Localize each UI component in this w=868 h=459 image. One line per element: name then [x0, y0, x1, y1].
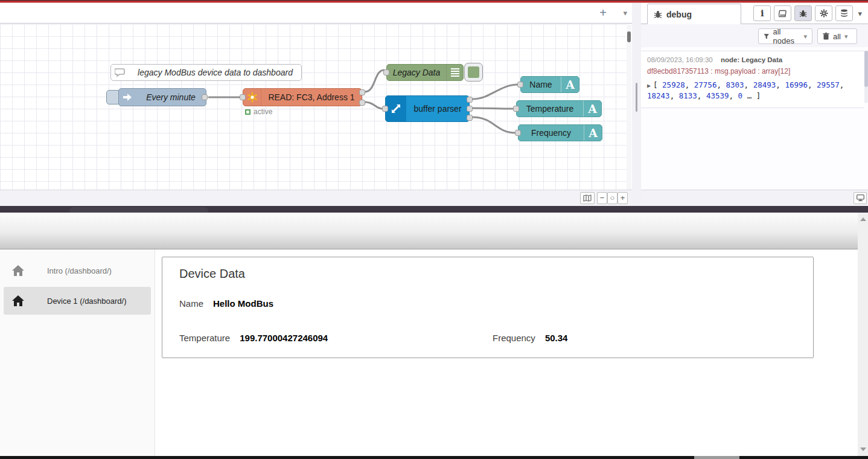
- dashboard-sidebar: Intro (/dashboard/) Device 1 (/dashboard…: [0, 249, 155, 456]
- canvas-vertical-scrollbar[interactable]: [627, 24, 631, 190]
- debug-list-scrollbar[interactable]: [864, 51, 868, 103]
- comment-node-label: legacy ModBus device data to dashboard: [129, 68, 301, 77]
- debug-clear-button[interactable]: all ▾: [817, 28, 857, 44]
- comment-bubble-icon: [111, 68, 129, 77]
- field-label: Frequency: [493, 333, 535, 343]
- bug-icon: [799, 10, 807, 18]
- tab-debug[interactable]: debug: [647, 4, 741, 24]
- home-icon: [12, 265, 24, 276]
- node-port[interactable]: [467, 115, 473, 121]
- node-port[interactable]: [515, 130, 521, 136]
- text-widget-icon: A: [583, 101, 601, 117]
- status-text: active: [254, 108, 272, 116]
- debug-message[interactable]: 08/09/2023, 16:09:30 node: Legacy Data d…: [641, 51, 864, 108]
- flow-tab-bar: + ▾: [0, 3, 632, 24]
- window-bottom-edge: [0, 456, 868, 459]
- dashboard-header: Device 1: [0, 213, 868, 249]
- node-port[interactable]: [513, 106, 519, 112]
- comment-node[interactable]: legacy ModBus device data to dashboard: [110, 64, 302, 81]
- scrollbar-thumb[interactable]: [627, 31, 631, 42]
- debug-tab-button[interactable]: [794, 5, 812, 21]
- debug-enable-toggle[interactable]: [464, 63, 483, 82]
- field-frequency: Frequency50.34: [493, 333, 567, 343]
- field-value: 199.77000427246094: [240, 333, 328, 343]
- flow-list-caret-icon[interactable]: ▾: [623, 8, 627, 18]
- ui-text-node-frequency[interactable]: Frequency A: [518, 124, 602, 141]
- config-tab-button[interactable]: [815, 5, 832, 21]
- caret-down-icon: ▾: [803, 33, 807, 40]
- device-data-card: Device Data NameHello ModBus Temperature…: [162, 257, 814, 358]
- node-port[interactable]: [240, 94, 246, 100]
- node-port[interactable]: [382, 106, 388, 112]
- screen: + ▾ legacy ModBus device data to dashboa…: [0, 0, 868, 459]
- sidebar-item-label: Intro (/dashboard/): [47, 266, 112, 275]
- debug-timestamp: 08/09/2023, 16:09:30: [647, 56, 713, 63]
- zoom-in-button[interactable]: +: [617, 192, 628, 204]
- open-window-button[interactable]: [854, 192, 867, 204]
- buffer-parser-node[interactable]: buffer parser: [385, 95, 470, 122]
- debug-node-label: Legacy Data: [387, 68, 446, 77]
- debug-source-node: node: Legacy Data: [721, 56, 782, 63]
- node-port[interactable]: [467, 106, 473, 112]
- ui-text-label: Frequency: [519, 128, 584, 138]
- field-label: Name: [179, 298, 203, 309]
- info-tab-button[interactable]: i: [753, 5, 771, 21]
- debug-clear-label: all: [833, 32, 841, 41]
- sidebar-footer: [641, 190, 868, 206]
- card-title: Device Data: [179, 267, 245, 281]
- tab-debug-label: debug: [666, 10, 692, 19]
- zoom-reset-button[interactable]: ○: [607, 192, 617, 204]
- field-name: NameHello ModBus: [179, 298, 273, 309]
- debug-toggle-state: [468, 66, 479, 78]
- splitter-handle[interactable]: [636, 83, 637, 112]
- funnel-icon: [764, 33, 770, 40]
- help-tab-button[interactable]: [774, 5, 791, 21]
- ui-text-node-name[interactable]: Name A: [520, 76, 579, 93]
- sidebar-item-intro[interactable]: Intro (/dashboard/): [4, 257, 151, 284]
- sidebar-menu-caret-icon[interactable]: ▾: [858, 9, 862, 18]
- bug-icon: [654, 10, 662, 19]
- navigator-button[interactable]: [580, 192, 595, 204]
- editor-footer: − ○ +: [0, 190, 632, 206]
- node-port[interactable]: [202, 94, 208, 100]
- node-port[interactable]: [359, 100, 365, 106]
- dashboard-scrollbar[interactable]: [858, 213, 868, 456]
- inject-node[interactable]: Every minute: [118, 88, 206, 106]
- node-port[interactable]: [359, 89, 365, 95]
- context-tab-button[interactable]: [835, 5, 853, 21]
- field-value: Hello ModBus: [213, 298, 273, 309]
- database-icon: [840, 9, 848, 18]
- node-port[interactable]: [517, 82, 523, 88]
- debug-msg-path: df8ecbd817357113 : msg.payload : array[1…: [647, 67, 858, 75]
- add-flow-button[interactable]: +: [596, 7, 610, 20]
- sidebar-header: debug i: [641, 3, 868, 24]
- info-icon: i: [761, 8, 764, 19]
- debug-payload-values: [ 25928, 27756, 8303, 28493, 16996, 2955…: [647, 80, 844, 100]
- scroll-down-icon[interactable]: [860, 448, 866, 451]
- expand-triangle-icon[interactable]: ▶: [647, 82, 651, 89]
- status-dot-icon: [245, 109, 251, 115]
- debug-payload[interactable]: ▶[ 25928, 27756, 8303, 28493, 16996, 295…: [647, 80, 860, 101]
- ui-text-node-temperature[interactable]: Temperature A: [516, 100, 602, 117]
- node-port[interactable]: [467, 97, 473, 103]
- scroll-up-icon[interactable]: [860, 217, 866, 221]
- node-port[interactable]: [383, 69, 389, 75]
- modbus-star-icon: [243, 89, 261, 106]
- taskbar-fragment: [694, 456, 739, 459]
- sidebar-splitter[interactable]: [632, 3, 641, 206]
- modbus-read-node[interactable]: READ: FC3, Address 1: [243, 88, 362, 106]
- scrollbar-thumb[interactable]: [864, 51, 868, 87]
- buffer-parser-node-label: buffer parser: [406, 104, 469, 114]
- debug-node-legacy-data[interactable]: Legacy Data: [386, 64, 464, 81]
- caret-down-icon: ▾: [844, 33, 848, 40]
- debug-message-list: 08/09/2023, 16:09:30 node: Legacy Data d…: [641, 47, 868, 190]
- field-temperature: Temperature199.77000427246094: [179, 333, 328, 343]
- sidebar-item-device1[interactable]: Device 1 (/dashboard/): [4, 287, 151, 315]
- zoom-out-button[interactable]: −: [597, 192, 607, 204]
- inject-arrow-icon: [119, 93, 136, 101]
- window-separator-bar: [0, 206, 868, 213]
- trash-icon: [823, 33, 829, 40]
- debug-filter-button[interactable]: all nodes ▾: [758, 28, 812, 44]
- text-widget-icon: A: [561, 77, 579, 92]
- book-icon: [779, 10, 787, 18]
